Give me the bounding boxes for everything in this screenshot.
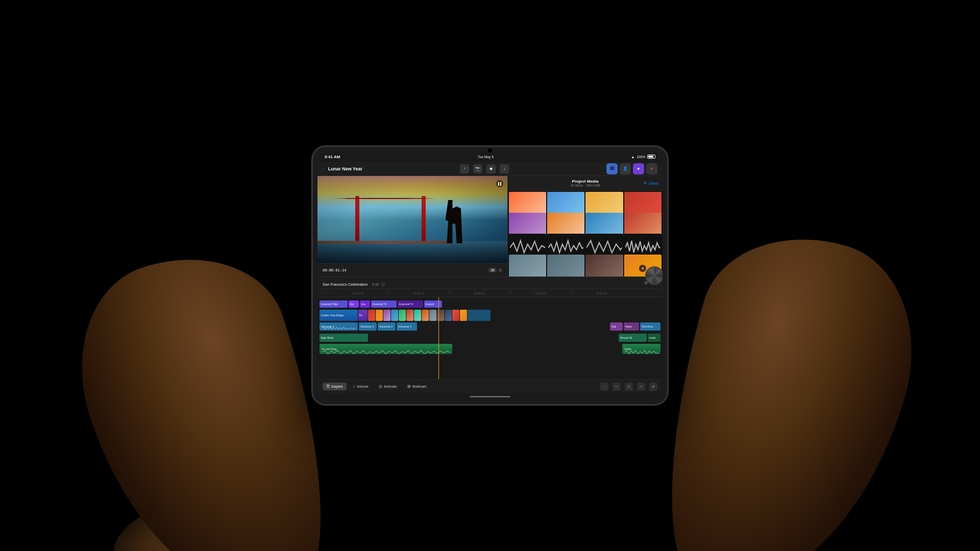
media-browser-header: Project Media 26 Items · 349.4 MB ⊞ Sele… bbox=[508, 176, 663, 191]
toolbar-btn-3[interactable]: ⊡ bbox=[625, 383, 633, 391]
title-center-group: ↑ 📷 ⏺ ↓ bbox=[460, 164, 509, 173]
dial-wheel[interactable] bbox=[645, 266, 663, 277]
status-bar: 9:41 AM Tue May 9 ▲ 100% bbox=[317, 152, 663, 162]
record-button[interactable]: ⏺ bbox=[486, 164, 496, 173]
grid-icon: ⊞ bbox=[644, 181, 647, 185]
higher-clip[interactable]: Higher bbox=[624, 322, 639, 331]
volume-button[interactable]: ♪ Volume bbox=[350, 383, 372, 390]
close-button[interactable]: ✕ bbox=[646, 163, 657, 174]
ruler-content: 00:00:05 00:00:10 00:00:15 00:00:20 00:0… bbox=[323, 292, 637, 295]
ipad-frame: 9:41 AM Tue May 9 ▲ 100% ‹ Lunar New Yea bbox=[311, 145, 669, 406]
video-clip-13[interactable] bbox=[445, 310, 452, 321]
video-clip-3[interactable] bbox=[368, 310, 375, 321]
video-clip-6[interactable] bbox=[391, 310, 398, 321]
video-clip-pur[interactable]: Pu bbox=[358, 310, 368, 321]
ruler-mark-25s: 00:00:25 bbox=[571, 292, 632, 295]
voiceover-clip-2a[interactable]: Voiceover 2 bbox=[359, 322, 377, 331]
tracks-area: Essential Titles Epi Ess Essential Tri bbox=[317, 297, 663, 379]
whoosh-hit-clip[interactable]: Whoosh Hit bbox=[619, 334, 647, 342]
effects-button[interactable]: ✦ bbox=[633, 163, 644, 174]
media-browser-panel: Project Media 26 Items · 349.4 MB ⊞ Sele… bbox=[507, 176, 663, 277]
sequence-name: San Francisco Celebration bbox=[323, 282, 368, 287]
title-clip-essenti[interactable]: Essenti bbox=[424, 300, 442, 308]
vignette-overlay bbox=[317, 176, 507, 263]
battery-fill bbox=[648, 156, 653, 158]
camera-button[interactable]: 📷 bbox=[473, 164, 482, 173]
media-thumbnail-14[interactable]: 0:02 bbox=[547, 255, 584, 277]
video-clip-15[interactable] bbox=[460, 310, 467, 321]
media-select-button[interactable]: ⊞ Select bbox=[644, 181, 658, 185]
inspect-button[interactable]: ☰ Inspect bbox=[323, 383, 347, 390]
import-button[interactable]: ↓ bbox=[500, 164, 509, 173]
inertia-music-clip[interactable]: Inertia bbox=[622, 344, 660, 354]
high-clip[interactable]: High bbox=[610, 322, 623, 331]
video-clip-11[interactable] bbox=[429, 310, 436, 321]
video-frame bbox=[317, 176, 507, 263]
media-title-group: Project Media 26 Items · 349.4 MB bbox=[571, 179, 600, 187]
media-thumbnail-15[interactable]: 0:01 bbox=[585, 255, 623, 277]
facetime-button[interactable]: 👤 bbox=[620, 163, 631, 174]
item-count: 26 Items bbox=[571, 184, 583, 187]
status-time: 9:41 AM bbox=[325, 155, 340, 159]
video-clip-end[interactable] bbox=[468, 310, 491, 321]
title-clip-essential1[interactable]: Essential Titles bbox=[320, 300, 348, 308]
title-left-group: ‹ Lunar New Year bbox=[323, 166, 362, 171]
title-clip-ess[interactable]: Ess bbox=[360, 300, 370, 308]
ipad-device: 9:41 AM Tue May 9 ▲ 100% ‹ Lunar New Yea bbox=[311, 145, 669, 406]
video-clip-5[interactable] bbox=[383, 310, 390, 321]
camera-area bbox=[488, 148, 492, 153]
main-content-area: 00:00:01:14 38 ⊡ Project Media bbox=[317, 176, 663, 277]
video-clip-14[interactable] bbox=[452, 310, 459, 321]
timeline-header: San Francisco Celebration 0:32 ⓘ ⚙ ⊙ bbox=[317, 277, 663, 289]
inertia-clip-1[interactable]: Inertia bbox=[648, 334, 660, 342]
voiceover-clip-2b[interactable]: Voiceover 2 bbox=[378, 322, 396, 331]
right-hand bbox=[628, 212, 941, 551]
pause-overlay-btn[interactable] bbox=[496, 180, 503, 187]
voiceover-clip-1[interactable]: Voiceover 1 bbox=[320, 322, 358, 331]
title-clip-label-ess: Ess bbox=[361, 303, 365, 306]
media-thumbnail-13[interactable]: 0:01 bbox=[509, 255, 546, 277]
video-track-content: Golden Gate Bridge Pu bbox=[320, 310, 660, 321]
main-video-track: Golden Gate Bridge Pu bbox=[320, 310, 660, 320]
jog-wheel[interactable] bbox=[645, 255, 663, 277]
title-clip-essential2[interactable]: Essential Tri bbox=[371, 300, 397, 308]
toolbar-btn-2[interactable]: ↩ bbox=[612, 383, 621, 391]
video-clip-8[interactable] bbox=[406, 310, 413, 321]
share-button[interactable]: ↑ bbox=[460, 164, 469, 173]
video-clip-9[interactable] bbox=[414, 310, 421, 321]
info-btn[interactable]: ⓘ bbox=[381, 283, 385, 286]
video-clip-10[interactable] bbox=[422, 310, 429, 321]
toolbar-btn-4[interactable]: ↗ bbox=[637, 383, 645, 391]
toolbar-btn-5[interactable]: ⊕ bbox=[649, 383, 657, 391]
yin-yang-clip[interactable]: Yin and Yang bbox=[320, 344, 452, 354]
voiceover-clip-3[interactable]: Voiceover 3 bbox=[397, 322, 417, 331]
toolbar-btn-1[interactable]: ○ bbox=[600, 383, 608, 391]
multicam-label: Multicam bbox=[412, 385, 427, 388]
fullscreen-btn[interactable]: ⊡ bbox=[499, 268, 502, 272]
pause-icon bbox=[498, 182, 501, 186]
title-bar: ‹ Lunar New Year ↑ 📷 ⏺ ↓ 🖼 👤 ✦ ✕ bbox=[317, 162, 663, 176]
ipad-screen: 9:41 AM Tue May 9 ▲ 100% ‹ Lunar New Yea bbox=[317, 152, 663, 399]
music-track: Yin and Yang bbox=[320, 344, 660, 354]
multicam-button[interactable]: ⊞ Multicam bbox=[404, 383, 430, 390]
background: 9:41 AM Tue May 9 ▲ 100% ‹ Lunar New Yea bbox=[0, 0, 980, 551]
title-clip-essential3[interactable]: Essential Tri bbox=[398, 300, 423, 308]
zoom-value[interactable]: 38 bbox=[488, 268, 497, 272]
video-clip-12[interactable] bbox=[437, 310, 444, 321]
title-clip-epi[interactable]: Epi bbox=[349, 300, 359, 308]
toolbar-right-group: ○ ↩ ⊡ ↗ ⊕ bbox=[600, 383, 657, 391]
video-clip-golden-gate[interactable]: Golden Gate Bridge bbox=[320, 310, 358, 321]
animate-icon: ◎ bbox=[379, 384, 382, 389]
night-winds-clip[interactable]: Night Winds bbox=[320, 334, 368, 342]
bottom-toolbar: ☰ Inspect ♪ Volume ◎ Animate bbox=[317, 379, 663, 393]
status-date: Tue May 9 bbox=[478, 155, 494, 159]
volume-icon: ♪ bbox=[353, 384, 355, 389]
volume-label: Volume bbox=[357, 385, 369, 388]
wifi-icon: ▲ bbox=[631, 155, 634, 159]
video-clip-7[interactable] bbox=[399, 310, 406, 321]
photos-button[interactable]: 🖼 bbox=[606, 163, 618, 174]
back-button[interactable]: ‹ bbox=[323, 166, 324, 171]
animate-button[interactable]: ◎ Animate bbox=[375, 383, 401, 390]
time-piece-clip[interactable]: Time Piece bbox=[640, 322, 660, 331]
video-clip-4[interactable] bbox=[376, 310, 383, 321]
